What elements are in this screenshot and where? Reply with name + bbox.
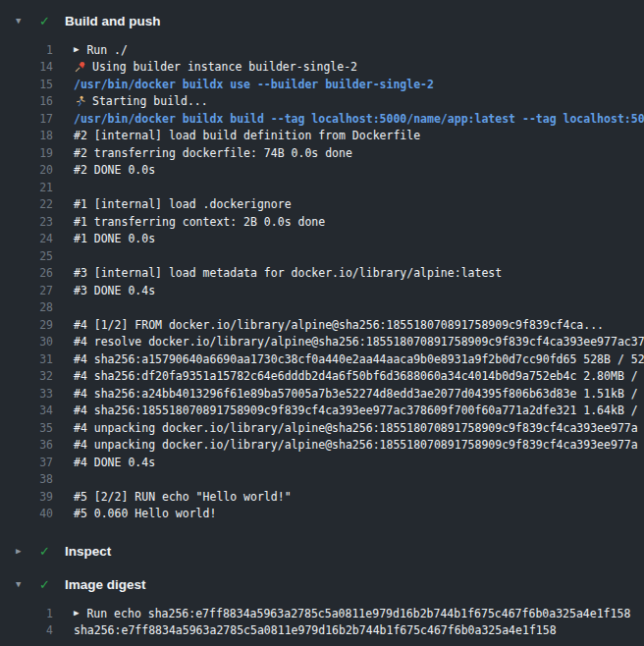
log-line[interactable]: 16 Starting build... <box>0 93 644 111</box>
line-number[interactable]: 14 <box>0 60 53 74</box>
line-text: #3 [internal] load metadata for docker.i… <box>74 266 502 280</box>
line-number[interactable]: 15 <box>0 78 53 91</box>
line-number[interactable]: 20 <box>0 163 53 177</box>
line-content: #1 transferring context: 2B 0.0s done <box>74 215 325 229</box>
line-text: #4 DONE 0.4s <box>74 456 155 469</box>
line-text: #5 0.060 Hello world! <box>74 507 216 520</box>
group-expand-icon[interactable]: ▶ <box>74 45 79 54</box>
line-text: Run ./ <box>86 43 128 57</box>
section-header[interactable]: ▼ ✓ Build and push <box>0 4 644 37</box>
line-number[interactable]: 16 <box>0 94 53 108</box>
log-line[interactable]: 28 <box>0 299 644 317</box>
log-line[interactable]: 15 /usr/bin/docker buildx use --builder … <box>0 76 644 93</box>
line-number[interactable]: 26 <box>0 266 53 280</box>
line-number[interactable]: 21 <box>0 181 53 194</box>
log-line[interactable]: 21 <box>0 179 644 196</box>
log-line[interactable]: 17 /usr/bin/docker buildx build --tag lo… <box>0 110 644 128</box>
line-number[interactable]: 31 <box>0 352 53 366</box>
line-number[interactable]: 33 <box>0 387 53 401</box>
log-line[interactable]: 24 #1 DONE 0.0s <box>0 231 644 248</box>
log-line[interactable]: 23 #1 transferring context: 2B 0.0s done <box>0 213 644 231</box>
line-number[interactable]: 32 <box>0 369 53 383</box>
log-line[interactable]: 18 #2 [internal] load build definition f… <box>0 128 644 145</box>
log-line[interactable]: 19 #2 transferring dockerfile: 74B 0.0s … <box>0 144 644 162</box>
section-header[interactable]: ▶ ✓ Inspect <box>0 534 644 567</box>
line-text: #2 transferring dockerfile: 74B 0.0s don… <box>74 146 352 160</box>
line-content: Using builder instance builder-single-2 <box>74 60 357 74</box>
group-expand-icon[interactable]: ▶ <box>74 609 79 618</box>
line-number[interactable]: 29 <box>0 318 53 332</box>
log-line[interactable]: 32 #4 sha256:df20fa9351a15782c64e6dddb2d… <box>0 368 644 386</box>
log-line[interactable]: 30 #4 resolve docker.io/library/alpine@s… <box>0 334 644 351</box>
log-line[interactable]: 20 #2 DONE 0.0s <box>0 162 644 180</box>
line-content: #4 sha256:a15790640a6690aa1730c38cf0a440… <box>74 352 644 366</box>
line-number[interactable]: 1 <box>0 43 53 57</box>
line-number[interactable]: 1 <box>0 607 53 620</box>
line-text: /usr/bin/docker buildx use --builder bui… <box>74 78 434 91</box>
line-text: #4 sha256:a15790640a6690aa1730c38cf0a440… <box>74 352 644 366</box>
log-line[interactable]: 1 ▶Run echo sha256:e7ff8834a5963a2785c5a… <box>0 605 644 622</box>
line-number[interactable]: 38 <box>0 472 53 486</box>
line-content: ▶Run echo sha256:e7ff8834a5963a2785c5a08… <box>74 607 630 620</box>
log-line[interactable]: 35 #4 unpacking docker.io/library/alpine… <box>0 419 644 437</box>
line-number[interactable]: 17 <box>0 112 53 126</box>
log-line[interactable]: 34 #4 sha256:185518070891758909c9f839cf4… <box>0 403 644 420</box>
line-number[interactable]: 35 <box>0 421 53 435</box>
line-text: #4 sha256:df20fa9351a15782c64e6dddb2d4a6… <box>74 369 644 383</box>
workflow-log: ▼ ✓ Build and push 1 ▶Run ./ 14 Using bu… <box>0 0 644 646</box>
log-line[interactable]: 29 #4 [1/2] FROM docker.io/library/alpin… <box>0 316 644 334</box>
line-number[interactable]: 4 <box>0 623 53 637</box>
log-line[interactable]: 37 #4 DONE 0.4s <box>0 454 644 471</box>
log-line[interactable]: 1 ▶Run ./ <box>0 41 644 59</box>
line-text: #1 [internal] load .dockerignore <box>74 197 292 211</box>
line-number[interactable]: 25 <box>0 249 53 263</box>
line-text: #4 sha256:a24bb4013296f61e89ba57005a7b3e… <box>74 387 644 401</box>
line-number[interactable]: 18 <box>0 129 53 142</box>
line-number[interactable]: 28 <box>0 300 53 314</box>
log-line[interactable]: 26 #3 [internal] load metadata for docke… <box>0 265 644 283</box>
line-text: #4 [1/2] FROM docker.io/library/alpine@s… <box>74 318 604 332</box>
log-line[interactable]: 27 #3 DONE 0.4s <box>0 282 644 299</box>
section-header[interactable]: ▼ ✓ Image digest <box>0 567 644 601</box>
line-content: #4 sha256:a24bb4013296f61e89ba57005a7b3e… <box>74 387 644 401</box>
log-line[interactable]: 33 #4 sha256:a24bb4013296f61e89ba57005a7… <box>0 385 644 403</box>
line-content: #3 [internal] load metadata for docker.i… <box>74 266 502 280</box>
log-line[interactable]: 31 #4 sha256:a15790640a6690aa1730c38cf0a… <box>0 350 644 368</box>
section-title: Inspect <box>65 544 111 559</box>
line-number[interactable]: 22 <box>0 197 53 211</box>
line-content: #1 [internal] load .dockerignore <box>74 197 292 211</box>
line-text: Starting build... <box>92 94 208 108</box>
line-content: /usr/bin/docker buildx build --tag local… <box>74 112 644 126</box>
line-number[interactable]: 34 <box>0 404 53 417</box>
check-icon: ✓ <box>39 578 53 591</box>
log-line[interactable]: 14 Using builder instance builder-single… <box>0 59 644 77</box>
line-content: #5 0.060 Hello world! <box>74 507 216 520</box>
line-text: Run echo sha256:e7ff8834a5963a2785c5a081… <box>86 607 630 620</box>
chevron-down-icon: ▼ <box>16 580 29 589</box>
log-line[interactable]: 36 #4 unpacking docker.io/library/alpine… <box>0 437 644 455</box>
line-content: #2 DONE 0.0s <box>74 163 155 177</box>
line-text: #1 DONE 0.0s <box>74 232 155 245</box>
line-number[interactable]: 23 <box>0 215 53 229</box>
line-number[interactable]: 40 <box>0 507 53 520</box>
log-line[interactable]: 39 #5 [2/2] RUN echo "Hello world!" <box>0 488 644 506</box>
log-line[interactable]: 25 <box>0 247 644 265</box>
line-number[interactable]: 39 <box>0 490 53 504</box>
log-line[interactable]: 40 #5 0.060 Hello world! <box>0 506 644 523</box>
line-number[interactable]: 36 <box>0 438 53 452</box>
check-icon: ✓ <box>39 15 53 27</box>
line-content: #2 transferring dockerfile: 74B 0.0s don… <box>74 146 352 160</box>
log-line[interactable]: 22 #1 [internal] load .dockerignore <box>0 196 644 214</box>
line-content: #2 [internal] load build definition from… <box>74 129 420 142</box>
line-number[interactable]: 24 <box>0 232 53 245</box>
chevron-down-icon: ▼ <box>16 17 29 26</box>
line-number[interactable]: 27 <box>0 284 53 297</box>
line-content: sha256:e7ff8834a5963a2785c5a0811e979d16b… <box>74 623 557 637</box>
line-number[interactable]: 30 <box>0 335 53 349</box>
log-section: ▼ ✓ Image digest 1 ▶Run echo sha256:e7ff… <box>0 567 644 646</box>
log-line[interactable]: 38 <box>0 471 644 489</box>
line-content: #4 sha256:185518070891758909c9f839cf4ca3… <box>74 404 644 417</box>
log-line[interactable]: 4 sha256:e7ff8834a5963a2785c5a0811e979d1… <box>0 622 644 640</box>
line-number[interactable]: 19 <box>0 146 53 160</box>
line-number[interactable]: 37 <box>0 456 53 469</box>
